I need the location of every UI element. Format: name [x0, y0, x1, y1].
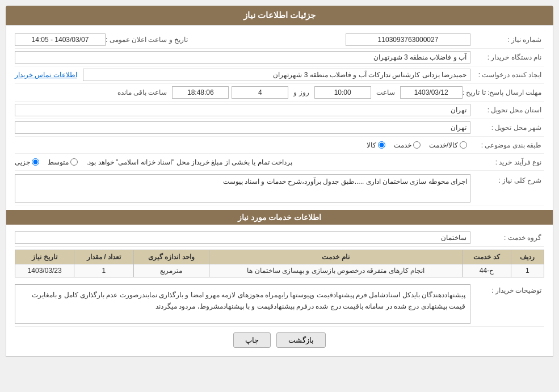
col-date: تاریخ نیاز	[15, 250, 74, 264]
category-option-khedmat[interactable]: خدمت	[394, 141, 421, 149]
process-label: نوع فرآیند خرید :	[470, 158, 544, 166]
requester-label: ایجاد کننده درخواست :	[470, 71, 544, 79]
province-value: تهران	[15, 104, 470, 116]
buyer-org-label: نام دستگاه خریدار :	[470, 53, 544, 61]
col-code: کد خدمت	[463, 250, 511, 264]
process-note: پرداخت تمام یا بخشی از مبلغ خریداز محل "…	[86, 158, 296, 166]
description-label: شرح کلی نیاز :	[470, 174, 544, 184]
contact-link[interactable]: اطلاعات تماس خریدار	[15, 71, 77, 79]
deadline-time: 10:00	[314, 86, 371, 99]
page-title: جزئیات اطلاعات نیاز	[6, 6, 553, 25]
process-option-motavaset[interactable]: متوسط	[48, 158, 78, 166]
province-label: استان محل تحویل :	[470, 106, 544, 114]
process-option-jozi[interactable]: جزیی	[15, 158, 39, 166]
col-qty: تعداد / مقدار	[74, 250, 133, 264]
service-group-label: گروه خدمت :	[470, 234, 544, 242]
need-number-value: 1103093763000027	[346, 33, 470, 46]
category-option-kala-khedmat[interactable]: کالا/خدمت	[429, 141, 467, 149]
deadline-label: مهلت ارسال پاسخ: تا تاریخ :	[463, 88, 544, 96]
announcement-label: تاریخ و ساعت اعلان عمومی :	[106, 36, 191, 44]
category-label: طبقه بندی موضوعی :	[470, 141, 544, 149]
description-text: اجرای محوطه سازی ساختمان اداری .....طبق …	[15, 174, 470, 203]
deadline-day-label: روز و	[291, 88, 311, 96]
category-radio-group: کالا/خدمت خدمت کالا	[367, 141, 470, 149]
service-group-value: ساختمان	[15, 231, 470, 244]
back-button[interactable]: بازگشت	[276, 332, 326, 348]
table-row: 1ح-44انجام کارهای متفرقه درخصوص بازسازی …	[15, 264, 544, 277]
services-table-section: ردیف کد خدمت نام خدمت واحد اندازه گیری ت…	[15, 250, 544, 277]
services-table: ردیف کد خدمت نام خدمت واحد اندازه گیری ت…	[15, 250, 544, 277]
city-value: تهران	[15, 121, 470, 134]
deadline-days: 4	[232, 86, 288, 99]
col-unit: واحد اندازه گیری	[133, 250, 209, 264]
buyer-notes-text: پیشنهاددهندگان بایدکل اسنادشامل فرم پیشن…	[15, 284, 470, 324]
buyer-org-value: آب و فاضلاب منطقه 3 شهرتهران	[15, 51, 470, 64]
buyer-notes-label: توضیحات خریدار :	[470, 284, 544, 294]
print-button[interactable]: چاپ	[233, 332, 271, 348]
deadline-remaining: 18:48:06	[172, 86, 229, 99]
deadline-remaining-label: ساعت باقی مانده	[115, 88, 170, 96]
button-row: بازگشت چاپ	[15, 327, 544, 351]
category-option-kala[interactable]: کالا	[367, 141, 385, 149]
city-label: شهر محل تحویل :	[470, 124, 544, 132]
col-name: نام خدمت	[209, 250, 463, 264]
announcement-value: 1403/03/07 - 14:05	[15, 33, 106, 46]
need-number-label: شماره نیاز :	[470, 36, 544, 44]
services-section-title: اطلاعات خدمات مورد نیاز	[6, 210, 553, 225]
requester-value: حمیدرضا یزدانی کارشناس تدارکات آب و فاضل…	[83, 69, 470, 81]
deadline-time-label: ساعت	[374, 88, 397, 96]
deadline-date: 1403/03/12	[400, 86, 463, 99]
col-row: ردیف	[511, 250, 544, 264]
